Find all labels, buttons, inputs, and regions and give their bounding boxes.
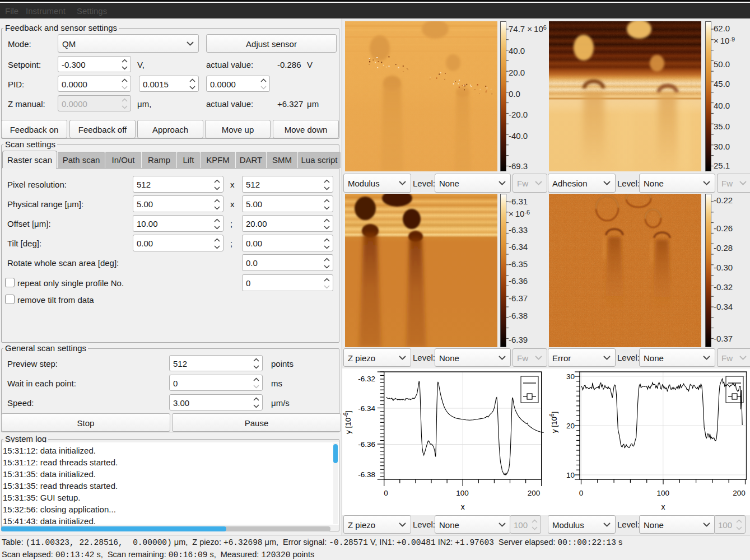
svg-text:-6.32: -6.32: [358, 375, 375, 383]
svg-text:0: 0: [579, 489, 584, 497]
svg-text:-6.38: -6.38: [358, 470, 375, 479]
svg-text:200: 200: [528, 489, 541, 497]
svg-text:100: 100: [456, 489, 469, 497]
svg-text:x: x: [662, 502, 665, 511]
svg-text:30: 30: [566, 372, 575, 381]
svg-text:200: 200: [733, 489, 746, 497]
svg-text:x: x: [461, 502, 465, 511]
svg-text:0: 0: [384, 489, 388, 497]
svg-text:10: 10: [566, 471, 575, 479]
svg-text:-6.36: -6.36: [358, 440, 375, 449]
svg-text:20: 20: [566, 422, 575, 430]
svg-text:-6.34: -6.34: [358, 404, 375, 413]
svg-text:100: 100: [657, 489, 670, 497]
